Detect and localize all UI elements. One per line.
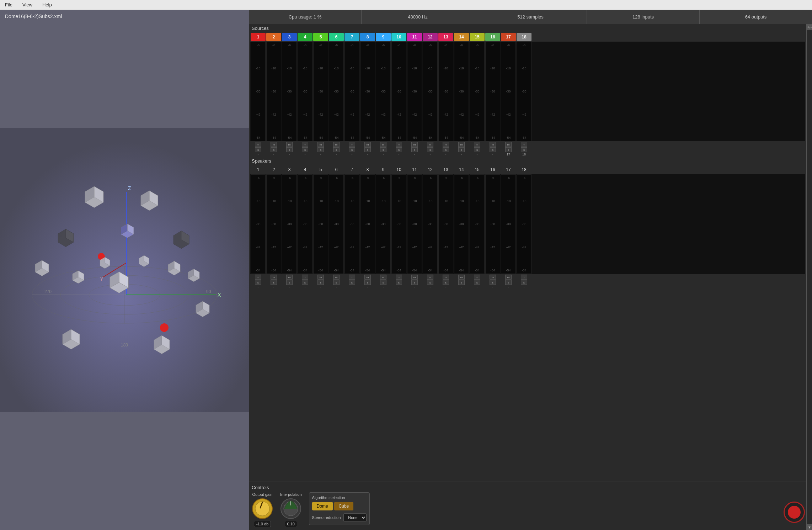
source-mute-btn-7[interactable]: m — [349, 142, 355, 147]
source-solo-btn-17[interactable]: s — [505, 147, 512, 152]
speaker-solo-btn-4[interactable]: s — [302, 280, 308, 285]
source-mute-btn-1[interactable]: m — [255, 142, 261, 147]
source-solo-btn-8[interactable]: s — [364, 147, 371, 152]
menu-file[interactable]: File — [3, 1, 15, 8]
source-mute-btn-11[interactable]: m — [411, 142, 418, 147]
record-button[interactable] — [784, 502, 805, 523]
menu-view[interactable]: View — [20, 1, 34, 8]
source-solo-btn-13[interactable]: s — [443, 147, 449, 152]
speaker-solo-btn-10[interactable]: s — [396, 280, 402, 285]
source-ch-header-4[interactable]: 4 — [298, 33, 312, 41]
source-solo-btn-5[interactable]: s — [317, 147, 324, 152]
source-solo-btn-1[interactable]: s — [255, 147, 261, 152]
source-mute-btn-2[interactable]: m — [271, 142, 277, 147]
source-solo-btn-6[interactable]: s — [333, 147, 340, 152]
scroll-plus-minus[interactable]: +/- — [807, 24, 812, 30]
source-ch-header-15[interactable]: 15 — [470, 33, 485, 41]
source-solo-btn-14[interactable]: s — [458, 147, 465, 152]
menu-help[interactable]: Help — [40, 1, 54, 8]
speaker-solo-btn-16[interactable]: s — [490, 280, 496, 285]
source-mute-btn-15[interactable]: m — [474, 142, 480, 147]
source-ch-header-14[interactable]: 14 — [454, 33, 469, 41]
speaker-mute-btn-13[interactable]: m — [443, 275, 449, 280]
speaker-mute-btn-16[interactable]: m — [490, 275, 496, 280]
source-ch-header-10[interactable]: 10 — [391, 33, 406, 41]
source-ch-header-6[interactable]: 6 — [329, 33, 344, 41]
source-solo-btn-7[interactable]: s — [349, 147, 355, 152]
algo-cube-btn[interactable]: Cube — [334, 502, 354, 510]
source-ch-header-11[interactable]: 11 — [407, 33, 422, 41]
source-mute-btn-13[interactable]: m — [443, 142, 449, 147]
speaker-solo-btn-17[interactable]: s — [505, 280, 512, 285]
speaker-mute-btn-7[interactable]: m — [349, 275, 355, 280]
source-ch-header-2[interactable]: 2 — [266, 33, 281, 41]
source-ch-header-18[interactable]: 18 — [517, 33, 531, 41]
3d-viewport[interactable]: Dome16(8-6-2)Subs2.xml Z Y — [0, 10, 249, 530]
source-ch-header-5[interactable]: 5 — [313, 33, 328, 41]
source-mute-btn-3[interactable]: m — [286, 142, 293, 147]
source-solo-btn-9[interactable]: s — [380, 147, 386, 152]
source-ch-header-1[interactable]: 1 — [251, 33, 266, 41]
source-mute-btn-9[interactable]: m — [380, 142, 386, 147]
speaker-mute-btn-3[interactable]: m — [286, 275, 293, 280]
speaker-solo-btn-12[interactable]: s — [427, 280, 433, 285]
source-ch-header-13[interactable]: 13 — [438, 33, 453, 41]
speaker-mute-btn-18[interactable]: m — [521, 275, 527, 280]
speaker-mute-btn-14[interactable]: m — [458, 275, 465, 280]
speaker-mute-btn-1[interactable]: m — [255, 275, 261, 280]
speaker-mute-btn-9[interactable]: m — [380, 275, 386, 280]
speaker-mute-btn-15[interactable]: m — [474, 275, 480, 280]
source-mute-btn-18[interactable]: m — [521, 142, 527, 147]
scroll-down[interactable]: ▼ — [807, 524, 812, 530]
speaker-mute-btn-11[interactable]: m — [411, 275, 418, 280]
speaker-solo-btn-13[interactable]: s — [443, 280, 449, 285]
interpolation-knob[interactable] — [280, 498, 301, 519]
speaker-mute-btn-12[interactable]: m — [427, 275, 433, 280]
source-mute-btn-16[interactable]: m — [490, 142, 496, 147]
source-mute-btn-5[interactable]: m — [317, 142, 324, 147]
source-ch-header-12[interactable]: 12 — [423, 33, 438, 41]
source-mute-btn-4[interactable]: m — [302, 142, 308, 147]
speaker-solo-btn-1[interactable]: s — [255, 280, 261, 285]
source-solo-btn-2[interactable]: s — [271, 147, 277, 152]
speaker-mute-btn-17[interactable]: m — [505, 275, 512, 280]
speaker-mute-btn-8[interactable]: m — [364, 275, 371, 280]
source-ch-header-3[interactable]: 3 — [282, 33, 297, 41]
source-mute-btn-12[interactable]: m — [427, 142, 433, 147]
speaker-solo-btn-9[interactable]: s — [380, 280, 386, 285]
source-solo-btn-16[interactable]: s — [490, 147, 496, 152]
source-solo-btn-12[interactable]: s — [427, 147, 433, 152]
source-mute-btn-8[interactable]: m — [364, 142, 371, 147]
source-solo-btn-10[interactable]: s — [396, 147, 402, 152]
speaker-mute-btn-10[interactable]: m — [396, 275, 402, 280]
source-ch-header-16[interactable]: 16 — [485, 33, 500, 41]
source-mute-btn-14[interactable]: m — [458, 142, 465, 147]
output-gain-knob[interactable] — [252, 498, 273, 519]
speaker-solo-btn-11[interactable]: s — [411, 280, 418, 285]
source-ch-header-7[interactable]: 7 — [344, 33, 359, 41]
source-solo-btn-3[interactable]: s — [286, 147, 293, 152]
speaker-solo-btn-5[interactable]: s — [317, 280, 324, 285]
speaker-solo-btn-14[interactable]: s — [458, 280, 465, 285]
source-solo-btn-18[interactable]: s — [521, 147, 527, 152]
source-mute-btn-6[interactable]: m — [333, 142, 340, 147]
source-solo-btn-11[interactable]: s — [411, 147, 418, 152]
speaker-solo-btn-7[interactable]: s — [349, 280, 355, 285]
source-ch-header-8[interactable]: 8 — [360, 33, 375, 41]
speaker-mute-btn-2[interactable]: m — [271, 275, 277, 280]
speaker-solo-btn-8[interactable]: s — [364, 280, 371, 285]
speaker-mute-btn-4[interactable]: m — [302, 275, 308, 280]
speaker-solo-btn-6[interactable]: s — [333, 280, 340, 285]
stereo-select[interactable]: None — [343, 513, 367, 522]
source-solo-btn-15[interactable]: s — [474, 147, 480, 152]
source-ch-header-9[interactable]: 9 — [376, 33, 391, 41]
speaker-mute-btn-5[interactable]: m — [317, 275, 324, 280]
algo-dome-btn[interactable]: Dome — [312, 502, 333, 510]
source-mute-btn-17[interactable]: m — [505, 142, 512, 147]
source-ch-header-17[interactable]: 17 — [501, 33, 516, 41]
source-solo-btn-4[interactable]: s — [302, 147, 308, 152]
source-mute-btn-10[interactable]: m — [396, 142, 402, 147]
speaker-solo-btn-15[interactable]: s — [474, 280, 480, 285]
speaker-solo-btn-3[interactable]: s — [286, 280, 293, 285]
speaker-solo-btn-2[interactable]: s — [271, 280, 277, 285]
